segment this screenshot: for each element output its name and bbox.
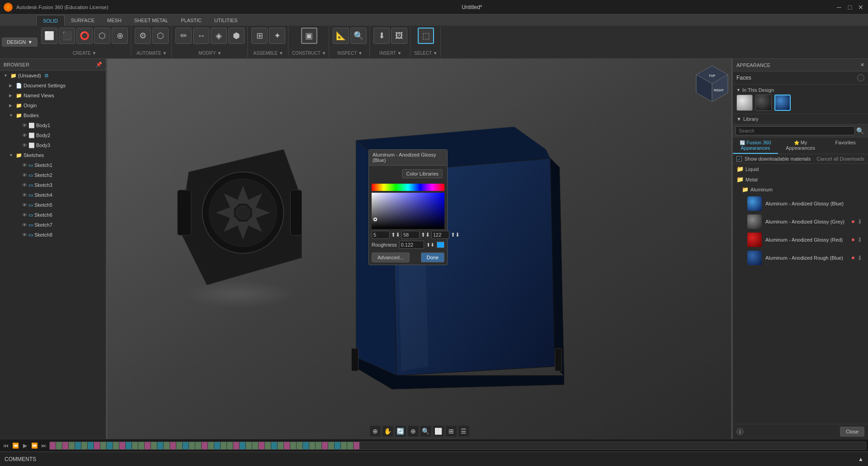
browser-pin-icon[interactable]: 📌 <box>96 62 102 67</box>
roughness-stepper[interactable]: ⬆⬇ <box>426 242 434 248</box>
modify-icon-2[interactable]: ↔ <box>193 28 209 44</box>
tree-sketch5[interactable]: 👁 ▭ Sketch5 <box>0 200 106 210</box>
tree-bodies[interactable]: ▼ 📁 Bodies <box>0 110 106 120</box>
fit-view-icon[interactable]: ⊕ <box>370 426 381 437</box>
timeline-track[interactable] <box>49 442 866 450</box>
cancel-downloads-link[interactable]: Cancel all Downloads <box>816 156 864 162</box>
tree-body2[interactable]: 👁 ⬜ Body2 <box>0 130 106 140</box>
faces-radio[interactable] <box>857 74 864 81</box>
list-item[interactable]: Aluminum - Anodized Rough (Blue) ⬇ <box>733 249 868 267</box>
tree-doc-settings[interactable]: ▶ 📄 Document Settings <box>0 81 106 90</box>
insert-icon-1[interactable]: ⬇ <box>373 28 390 44</box>
tab-fusion360-appearances[interactable]: 🔄 Fusion 360 Appearances <box>733 138 778 154</box>
tl-start-button[interactable]: ⏮ <box>2 442 10 450</box>
close-button[interactable]: Close <box>840 427 864 437</box>
material-dark[interactable] <box>755 95 772 111</box>
info-button[interactable]: ℹ <box>736 428 744 435</box>
tree-sketch2[interactable]: 👁 ▭ Sketch2 <box>0 170 106 180</box>
color-libraries-button[interactable]: Color Libraries <box>402 169 443 178</box>
appearance-close-icon[interactable]: ✕ <box>860 62 864 68</box>
tl-next-button[interactable]: ⏩ <box>30 442 38 450</box>
new-component-icon[interactable]: ⬜ <box>41 28 57 44</box>
tab-plastic[interactable]: PLASTIC <box>175 15 208 26</box>
list-item[interactable]: Aluminum - Anodized Glossy (Blue) <box>733 195 868 213</box>
saturation-box[interactable] <box>372 193 444 229</box>
tree-origin[interactable]: ▶ 📁 Origin <box>0 100 106 110</box>
modify-icon-4[interactable]: ⬢ <box>228 28 245 44</box>
minimize-button[interactable]: ─ <box>835 4 843 11</box>
comments-expand-icon[interactable]: ▲ <box>858 456 863 462</box>
search-button[interactable]: 🔍 <box>855 127 865 134</box>
orbit-icon[interactable]: 🔄 <box>395 426 406 437</box>
tree-sketch8[interactable]: 👁 ▭ Sketch8 <box>0 230 106 240</box>
list-item[interactable]: Aluminum - Anodized Glossy (Red) ⬇ <box>733 231 868 249</box>
alum-label: Aluminum <box>750 187 773 192</box>
tab-sheet-metal[interactable]: SHEET METAL <box>128 15 175 26</box>
display-settings-icon[interactable]: ⬜ <box>433 426 444 437</box>
list-item[interactable]: Aluminum - Anodized Glossy (Grey) ⬇ <box>733 213 868 231</box>
advanced-button[interactable]: Advanced... <box>372 252 410 262</box>
tree-named-views[interactable]: ▶ 📁 Named Views <box>0 90 106 100</box>
assemble-icon-2[interactable]: ✦ <box>269 28 285 44</box>
construct-icon-1[interactable]: ▣ <box>301 28 317 44</box>
in-design-title[interactable]: ▼ In This Design <box>736 87 864 93</box>
material-silver[interactable] <box>736 95 753 111</box>
download-rough-button[interactable]: ⬇ <box>855 253 864 262</box>
automate-icon-1[interactable]: ⚙ <box>135 28 151 44</box>
select-icon-1[interactable]: ⬚ <box>418 28 434 44</box>
create-more-icon[interactable]: ⊕ <box>112 28 128 44</box>
tree-sketch4[interactable]: 👁 ▭ Sketch4 <box>0 190 106 200</box>
tree-body1[interactable]: 👁 ⬜ Body1 <box>0 120 106 130</box>
tree-sketch7[interactable]: 👁 ▭ Sketch7 <box>0 220 106 230</box>
tree-root[interactable]: ▼ 📁 (Unsaved) ⚙ <box>0 71 106 81</box>
maximize-button[interactable]: □ <box>846 4 854 11</box>
viewcube[interactable]: RIGHT TOP <box>692 63 728 100</box>
tree-sketch1[interactable]: 👁 ▭ Sketch1 <box>0 160 106 170</box>
done-button[interactable]: Done <box>421 252 444 262</box>
r-input[interactable] <box>372 231 390 239</box>
inspect-icon-1[interactable]: 📐 <box>333 28 349 44</box>
modify-icon-3[interactable]: ◈ <box>211 28 227 44</box>
tab-solid[interactable]: SOLID <box>36 15 65 26</box>
inspect-icon-2[interactable]: 🔍 <box>350 28 367 44</box>
search-input[interactable] <box>736 126 855 135</box>
downloadable-checkbox[interactable]: ✓ <box>736 156 742 162</box>
tree-body3[interactable]: 👁 ⬜ Body3 <box>0 140 106 150</box>
tab-utilities[interactable]: UTILITIES <box>208 15 244 26</box>
download-grey-button[interactable]: ⬇ <box>855 217 864 226</box>
category-metal[interactable]: 📁 Metal <box>733 174 868 185</box>
modify-icon-1[interactable]: ✏ <box>175 28 192 44</box>
pan-icon[interactable]: ✋ <box>382 426 393 437</box>
automate-icon-2[interactable]: ⬡ <box>152 28 169 44</box>
g-input[interactable] <box>401 231 420 239</box>
assemble-icon-1[interactable]: ⊞ <box>251 28 268 44</box>
category-liquid[interactable]: 📁 Liquid <box>733 164 868 174</box>
close-button[interactable]: ✕ <box>857 4 864 11</box>
tl-prev-button[interactable]: ⏪ <box>11 442 19 450</box>
tl-play-button[interactable]: ▶ <box>21 442 29 450</box>
design-dropdown[interactable]: DESIGN ▼ <box>2 38 38 47</box>
view-settings-icon[interactable]: ☰ <box>458 426 469 437</box>
tab-surface[interactable]: SURFACE <box>65 15 101 26</box>
look-at-icon[interactable]: ⊕ <box>408 426 419 437</box>
tab-favorites[interactable]: Favorites <box>823 138 868 154</box>
tree-sketches[interactable]: ▼ 📁 Sketches <box>0 150 106 160</box>
material-blue-anodized[interactable] <box>774 95 791 111</box>
tab-my-appearances[interactable]: ⭐ My Appearances <box>778 138 823 154</box>
zoom-icon[interactable]: 🔍 <box>420 426 431 437</box>
viewport[interactable]: RIGHT TOP Aluminum - Anodized Glossy (Bl… <box>106 59 732 439</box>
grid-icon[interactable]: ⊞ <box>446 426 457 437</box>
b-input[interactable] <box>431 231 449 239</box>
revolve-icon[interactable]: ⭕ <box>76 28 93 44</box>
tree-sketch3[interactable]: 👁 ▭ Sketch3 <box>0 180 106 190</box>
extrude-icon[interactable]: ⬛ <box>59 28 75 44</box>
tab-mesh[interactable]: MESH <box>101 15 128 26</box>
download-red-button[interactable]: ⬇ <box>855 235 864 244</box>
insert-icon-2[interactable]: 🖼 <box>391 28 407 44</box>
subcategory-aluminum[interactable]: 📁 Aluminum <box>733 185 868 195</box>
tree-sketch6[interactable]: 👁 ▭ Sketch6 <box>0 210 106 220</box>
hue-bar[interactable] <box>372 184 444 191</box>
sweep-icon[interactable]: ⬡ <box>94 28 110 44</box>
tl-end-button[interactable]: ⏭ <box>40 442 48 450</box>
roughness-input[interactable] <box>399 241 424 249</box>
